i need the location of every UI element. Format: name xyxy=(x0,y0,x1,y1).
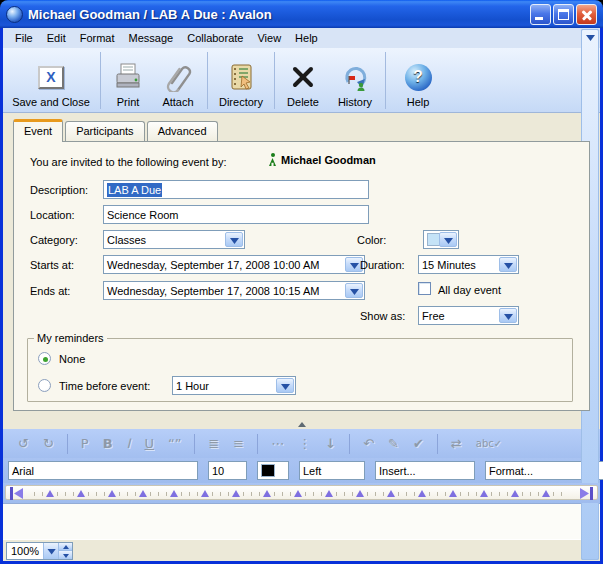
tab-event[interactable]: Event xyxy=(13,119,63,142)
italic-icon[interactable]: I xyxy=(127,437,131,450)
starts-at-select[interactable]: Wednesday, September 17, 2008 10:00 AM xyxy=(103,255,365,274)
window-title: Michael Goodman / LAB A Due : Avalon xyxy=(28,7,530,22)
bullet-list-icon[interactable]: ≣ xyxy=(208,437,219,450)
spell-check-icon[interactable]: abc✓ xyxy=(476,439,502,449)
ruler[interactable] xyxy=(3,483,600,503)
reminder-time-select[interactable]: 1 Hour xyxy=(172,376,296,395)
zoom-dropdown-icon[interactable] xyxy=(43,543,58,559)
bold-icon[interactable]: B xyxy=(103,437,113,450)
description-label: Description: xyxy=(30,184,88,196)
font-color-select[interactable] xyxy=(257,461,289,480)
font-color-swatch xyxy=(261,464,275,477)
inviter-name: Michael Goodman xyxy=(281,154,376,166)
pencil-icon[interactable]: ✎ xyxy=(388,437,399,450)
close-button[interactable] xyxy=(576,4,597,25)
duration-select[interactable]: 15 Minutes xyxy=(418,255,519,274)
my-reminders-legend: My reminders xyxy=(34,332,107,344)
attach-button[interactable]: Attach xyxy=(152,50,204,111)
menu-edit[interactable]: Edit xyxy=(40,30,73,46)
menu-message[interactable]: Message xyxy=(122,30,181,46)
menu-help[interactable]: Help xyxy=(288,30,325,46)
attach-icon xyxy=(163,60,193,94)
description-input[interactable]: LAB A Due xyxy=(103,180,369,199)
minimize-button[interactable] xyxy=(530,4,551,25)
font-size-select[interactable]: 10 xyxy=(208,461,247,480)
directory-icon xyxy=(226,60,256,94)
maximize-icon xyxy=(558,9,569,20)
my-reminders-group: My reminders None Time before event: 1 H… xyxy=(27,332,573,402)
title-bar[interactable]: Michael Goodman / LAB A Due : Avalon xyxy=(0,0,603,28)
history-button[interactable]: History xyxy=(328,50,382,111)
toolbar-separator xyxy=(385,52,386,109)
help-button[interactable]: ? Help xyxy=(389,50,447,111)
print-button[interactable]: Print xyxy=(104,50,152,111)
insert-tab-icon[interactable]: ⋯ xyxy=(271,437,284,450)
zoom-value: 100% xyxy=(7,543,43,559)
zoom-spinner[interactable] xyxy=(58,543,72,559)
ends-at-select[interactable]: Wednesday, September 17, 2008 10:15 AM xyxy=(103,281,365,300)
redo-icon[interactable]: ↻ xyxy=(43,437,54,450)
rotate-icon[interactable]: ↶ xyxy=(363,437,374,450)
spin-down-icon[interactable] xyxy=(59,551,72,559)
location-value: Science Room xyxy=(107,209,179,221)
menu-collaborate[interactable]: Collaborate xyxy=(180,30,250,46)
status-bar: 100% xyxy=(3,539,600,561)
menu-view[interactable]: View xyxy=(250,30,288,46)
approve-icon[interactable]: ✔ xyxy=(413,437,424,450)
tab-advanced[interactable]: Advanced xyxy=(147,121,218,141)
duration-value: 15 Minutes xyxy=(422,259,476,271)
save-and-close-button[interactable]: X Save and Close xyxy=(5,50,97,111)
reminder-none-label: None xyxy=(59,353,85,365)
spin-up-icon[interactable] xyxy=(59,543,72,552)
maximize-button[interactable] xyxy=(553,4,574,25)
main-toolbar: X Save and Close Print xyxy=(3,48,600,113)
ends-at-label: Ends at: xyxy=(30,285,70,297)
menu-bar: File Edit Format Message Collaborate Vie… xyxy=(3,28,600,48)
show-as-select[interactable]: Free xyxy=(418,306,519,325)
find-replace-icon[interactable]: ⇄ xyxy=(451,437,462,450)
directory-button[interactable]: Directory xyxy=(211,50,271,111)
duration-label: Duration: xyxy=(360,259,405,271)
history-icon xyxy=(340,60,370,94)
reminder-before-radio[interactable] xyxy=(38,379,51,392)
undo-icon[interactable]: ↺ xyxy=(18,437,29,450)
color-swatch xyxy=(427,233,441,246)
tab-participants[interactable]: Participants xyxy=(65,121,144,141)
insert-below-icon[interactable]: ↓ xyxy=(325,437,336,450)
right-margin-marker[interactable] xyxy=(579,487,593,500)
event-tab-panel: You are invited to the following event b… xyxy=(13,141,590,411)
minimize-icon xyxy=(535,17,543,20)
reminder-none-radio[interactable] xyxy=(38,352,51,365)
category-select[interactable]: Classes xyxy=(103,230,245,249)
message-body[interactable] xyxy=(3,503,600,539)
delete-button[interactable]: Delete xyxy=(278,50,328,111)
quote-icon[interactable]: “” xyxy=(168,437,181,450)
underline-icon[interactable]: U xyxy=(144,437,154,450)
numbered-list-icon[interactable]: ≡ xyxy=(233,437,244,450)
collapse-toolbar-handle[interactable] xyxy=(298,422,306,427)
paragraph-icon[interactable]: ⋮ xyxy=(298,437,311,450)
font-toolbar: Arial 10 Left Insert... Format... xyxy=(3,458,600,483)
app-icon xyxy=(6,6,23,23)
ends-at-value: Wednesday, September 17, 2008 10:15 AM xyxy=(107,285,319,297)
font-family-select[interactable]: Arial xyxy=(8,461,198,480)
color-label: Color: xyxy=(357,234,386,246)
show-as-label: Show as: xyxy=(360,310,405,322)
print-icon xyxy=(113,60,143,94)
all-day-checkbox[interactable] xyxy=(418,282,431,295)
alignment-select[interactable]: Left xyxy=(299,461,365,480)
ruler-band[interactable] xyxy=(5,485,598,500)
left-margin-marker[interactable] xyxy=(10,487,24,500)
zoom-control[interactable]: 100% xyxy=(6,542,73,560)
help-icon: ? xyxy=(405,60,432,94)
starts-at-label: Starts at: xyxy=(30,259,74,271)
location-input[interactable]: Science Room xyxy=(103,205,369,224)
menu-file[interactable]: File xyxy=(8,30,40,46)
menu-format[interactable]: Format xyxy=(73,30,122,46)
save-and-close-icon: X xyxy=(38,60,64,94)
insert-select[interactable]: Insert... xyxy=(375,461,475,480)
plain-text-icon[interactable]: P xyxy=(81,437,89,450)
delete-icon xyxy=(290,60,316,94)
color-select[interactable] xyxy=(423,230,459,249)
font-family-value: Arial xyxy=(12,465,34,477)
